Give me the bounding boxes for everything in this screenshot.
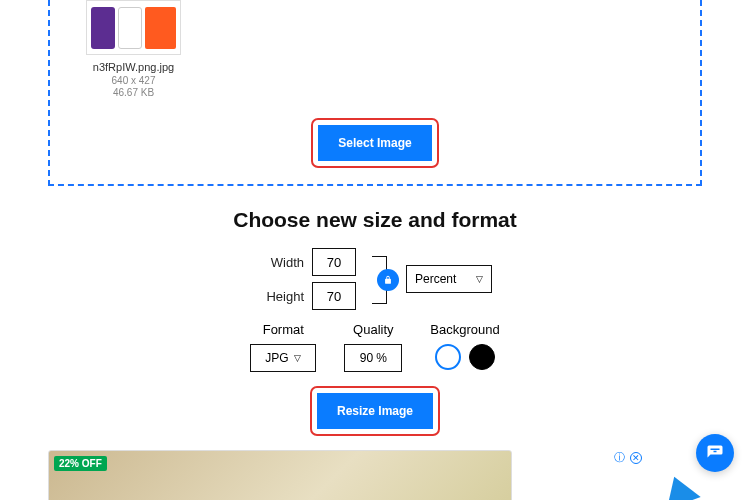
quality-suffix: %	[376, 351, 387, 365]
ad-offer-badge: 22% OFF	[54, 456, 107, 471]
format-label: Format	[263, 322, 304, 337]
unit-value: Percent	[415, 272, 456, 286]
width-input[interactable]	[312, 248, 356, 276]
height-label: Height	[258, 289, 304, 304]
size-controls: Width Height Percent ▽	[258, 248, 492, 310]
resize-button[interactable]: Resize Image	[317, 393, 433, 429]
lock-icon[interactable]	[377, 269, 399, 291]
select-image-highlight: Select Image	[311, 118, 438, 168]
ad-region: ⓘ ✕ 22% OFF	[48, 450, 702, 500]
height-input[interactable]	[312, 282, 356, 310]
upload-dropzone[interactable]: n3fRpIW.png.jpg 640 x 427 46.67 KB Selec…	[48, 0, 702, 186]
chevron-down-icon: ▽	[294, 353, 301, 363]
quality-value: 90	[360, 351, 373, 365]
chevron-down-icon: ▽	[476, 274, 483, 284]
unit-select[interactable]: Percent ▽	[406, 265, 492, 293]
aspect-lock-bracket	[372, 250, 390, 308]
ad-controls: ⓘ ✕	[614, 450, 642, 465]
ad-banner[interactable]: 22% OFF	[48, 450, 512, 500]
quality-input[interactable]: 90 %	[344, 344, 402, 372]
width-label: Width	[258, 255, 304, 270]
background-label: Background	[430, 322, 499, 337]
background-black[interactable]	[469, 344, 495, 370]
file-thumbnail	[86, 0, 181, 55]
brand-logo	[655, 468, 710, 500]
file-dimensions: 640 x 427	[86, 75, 181, 86]
ad-info-icon[interactable]: ⓘ	[614, 451, 625, 463]
section-title: Choose new size and format	[0, 208, 750, 232]
format-select[interactable]: JPG ▽	[250, 344, 316, 372]
resize-highlight: Resize Image	[310, 386, 440, 436]
file-size: 46.67 KB	[86, 87, 181, 98]
select-image-button[interactable]: Select Image	[318, 125, 431, 161]
uploaded-file: n3fRpIW.png.jpg 640 x 427 46.67 KB	[86, 0, 181, 98]
format-value: JPG	[265, 351, 288, 365]
feedback-button[interactable]	[696, 434, 734, 472]
ad-close-icon[interactable]: ✕	[630, 452, 642, 464]
quality-label: Quality	[353, 322, 393, 337]
file-name: n3fRpIW.png.jpg	[86, 61, 181, 73]
background-white[interactable]	[435, 344, 461, 370]
